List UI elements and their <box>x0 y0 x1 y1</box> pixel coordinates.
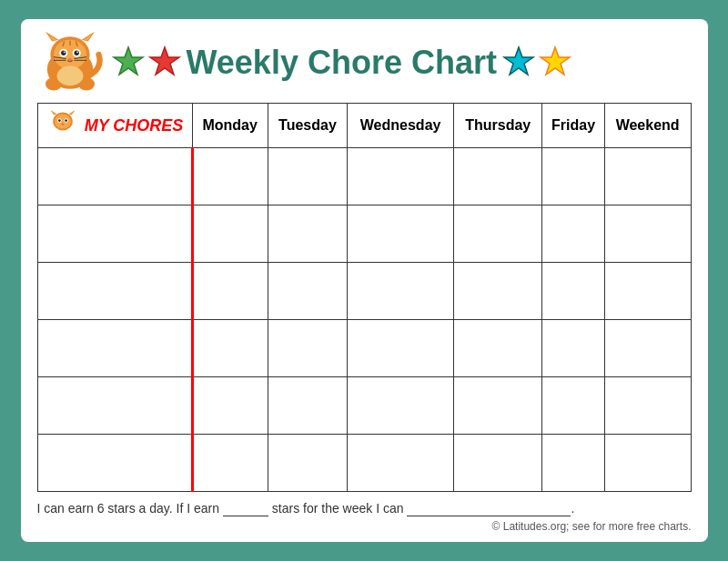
chore-rows <box>37 148 691 492</box>
svg-marker-31 <box>52 111 56 115</box>
day-cell[interactable] <box>454 377 542 435</box>
chore-cell[interactable] <box>37 435 192 492</box>
table-header-row: MY CHORES Monday Tuesday Wednesday Thurs… <box>37 104 691 148</box>
chore-cell[interactable] <box>37 320 192 377</box>
day-cell[interactable] <box>454 435 542 492</box>
footer-blank1 <box>223 501 268 516</box>
day-cell[interactable] <box>348 377 454 435</box>
svg-marker-29 <box>50 110 56 115</box>
day-cell[interactable] <box>542 148 604 205</box>
day-cell[interactable] <box>454 205 542 263</box>
friday-header: Friday <box>542 104 604 148</box>
footer-period: . <box>571 501 574 516</box>
footer-copyright: © Latitudes.org; see for more free chart… <box>37 520 692 533</box>
table-row <box>37 435 691 492</box>
footer-text2: stars for the week I can <box>272 501 404 516</box>
day-cell[interactable] <box>348 435 454 492</box>
svg-marker-5 <box>83 35 92 41</box>
chore-table-wrapper: MY CHORES Monday Tuesday Wednesday Thurs… <box>37 103 692 492</box>
day-cell[interactable] <box>192 377 268 435</box>
svg-marker-26 <box>504 47 533 75</box>
star-yellow <box>539 45 571 81</box>
cat-icon <box>37 30 103 95</box>
table-row <box>37 263 691 320</box>
day-cell[interactable] <box>542 320 604 377</box>
star-cyan <box>502 45 535 81</box>
svg-point-14 <box>63 51 65 53</box>
svg-point-15 <box>76 51 78 53</box>
chores-column-header: MY CHORES <box>37 104 192 148</box>
chart-title: Weekly Chore Chart <box>187 44 497 82</box>
weekend-header: Weekend <box>604 104 691 148</box>
svg-marker-32 <box>69 111 74 115</box>
monday-header: Monday <box>192 104 268 148</box>
footer-blank2 <box>407 501 571 516</box>
day-cell[interactable] <box>542 205 604 263</box>
svg-marker-27 <box>541 47 570 75</box>
day-cell[interactable] <box>192 320 268 377</box>
tuesday-header: Tuesday <box>268 104 347 148</box>
day-cell[interactable] <box>268 320 347 377</box>
star-group-right <box>502 45 571 81</box>
day-cell[interactable] <box>348 320 454 377</box>
thursday-header: Thursday <box>454 104 542 148</box>
table-row <box>37 148 691 205</box>
header-cat-icon <box>46 109 79 142</box>
svg-marker-30 <box>68 110 75 115</box>
svg-marker-25 <box>150 47 179 75</box>
chore-table: MY CHORES Monday Tuesday Wednesday Thurs… <box>37 103 692 492</box>
day-cell[interactable] <box>268 377 347 435</box>
day-cell[interactable] <box>192 205 268 263</box>
star-green <box>112 45 145 81</box>
day-cell[interactable] <box>542 435 604 492</box>
day-cell[interactable] <box>604 377 691 435</box>
day-cell[interactable] <box>604 205 691 263</box>
day-cell[interactable] <box>268 148 347 205</box>
footer-text: I can earn 6 stars a day. If I earn star… <box>37 501 692 516</box>
chore-cell[interactable] <box>37 263 192 320</box>
chore-chart-card: Weekly Chore Chart <box>21 19 708 542</box>
star-group-left <box>112 45 181 81</box>
day-cell[interactable] <box>192 148 268 205</box>
day-cell[interactable] <box>454 148 542 205</box>
day-cell[interactable] <box>348 205 454 263</box>
day-cell[interactable] <box>348 263 454 320</box>
day-cell[interactable] <box>192 435 268 492</box>
svg-point-23 <box>56 66 83 86</box>
day-cell[interactable] <box>348 148 454 205</box>
footer-text1: I can earn 6 stars a day. If I earn <box>37 501 220 516</box>
svg-marker-3 <box>81 32 94 42</box>
svg-point-37 <box>65 119 67 122</box>
my-chores-label: MY CHORES <box>85 116 184 135</box>
header: Weekly Chore Chart <box>37 30 692 95</box>
table-row <box>37 377 691 435</box>
svg-marker-4 <box>47 35 56 41</box>
svg-marker-24 <box>114 47 143 75</box>
day-cell[interactable] <box>454 320 542 377</box>
star-red <box>148 45 181 81</box>
chore-cell[interactable] <box>37 205 192 263</box>
day-cell[interactable] <box>604 320 691 377</box>
day-cell[interactable] <box>604 148 691 205</box>
svg-point-13 <box>74 51 78 55</box>
title-area: Weekly Chore Chart <box>112 44 692 82</box>
table-row <box>37 320 691 377</box>
svg-point-33 <box>55 114 71 128</box>
table-row <box>37 205 691 263</box>
day-cell[interactable] <box>268 263 347 320</box>
footer: I can earn 6 stars a day. If I earn star… <box>37 501 692 533</box>
day-cell[interactable] <box>268 205 347 263</box>
svg-point-36 <box>58 119 61 122</box>
chore-cell[interactable] <box>37 148 192 205</box>
day-cell[interactable] <box>454 263 542 320</box>
chore-cell[interactable] <box>37 377 192 435</box>
svg-marker-2 <box>46 32 58 42</box>
day-cell[interactable] <box>604 435 691 492</box>
day-cell[interactable] <box>542 263 604 320</box>
day-cell[interactable] <box>542 377 604 435</box>
day-cell[interactable] <box>268 435 347 492</box>
wednesday-header: Wednesday <box>348 104 454 148</box>
svg-point-12 <box>61 51 66 55</box>
day-cell[interactable] <box>604 263 691 320</box>
day-cell[interactable] <box>192 263 268 320</box>
